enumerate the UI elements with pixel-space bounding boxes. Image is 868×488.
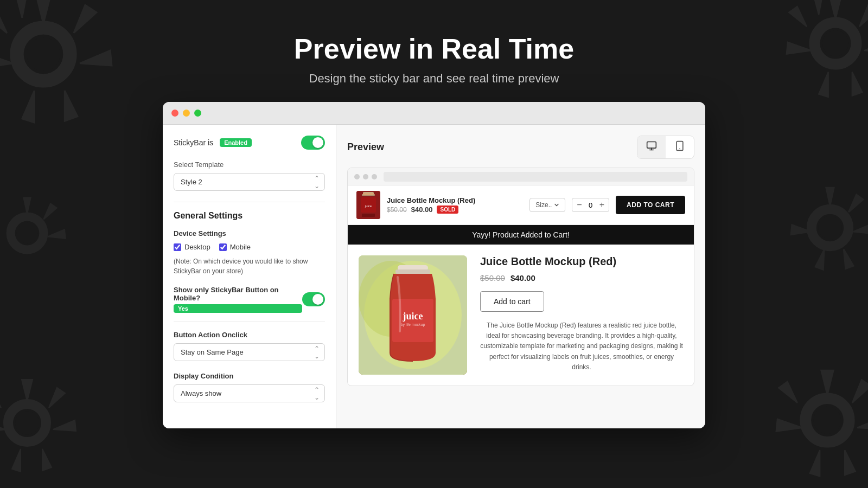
template-section-title: Select Template xyxy=(174,160,325,169)
yes-badge: Yes xyxy=(174,304,302,313)
stickbar-status-row: StickyBar is Enabled xyxy=(174,136,325,150)
product-page-original-price: $50.00 xyxy=(480,273,505,282)
mobile-option-label: Show only StickyBar Button on Mobile? xyxy=(174,286,302,302)
sticky-product-name: Juice Bottle Mockup (Red) xyxy=(387,196,523,204)
size-chevron-icon xyxy=(554,202,559,208)
device-checkboxes: Desktop Mobile xyxy=(174,243,325,251)
right-panel: Preview xyxy=(336,125,705,428)
desktop-device-btn[interactable] xyxy=(637,136,666,158)
browser-url-bar xyxy=(384,172,687,182)
title-bar xyxy=(163,102,705,125)
page-subtitle: Design the sticky bar and see real time … xyxy=(0,72,868,86)
product-page-prices: $50.00 $40.00 xyxy=(480,273,683,282)
svg-rect-18 xyxy=(363,192,374,195)
display-condition-select[interactable]: Always show Show on scroll xyxy=(174,384,325,402)
product-description: The Juice Bottle Mockup (Red) features a… xyxy=(480,320,683,373)
svg-text:by life mockup: by life mockup xyxy=(401,323,425,327)
sticky-prices: $50.00 $40.00 SOLD xyxy=(387,206,523,214)
sticky-bar: juice Juice Bottle Mockup (Red) $50.00 $… xyxy=(348,185,694,225)
display-condition-select-wrapper: Always show Show on scroll ⌃⌄ xyxy=(174,384,325,402)
template-select-wrapper: Style 2 Style 1 Style 3 ⌃⌄ xyxy=(174,173,325,191)
button-action-select[interactable]: Stay on Same Page Go to Cart Go to Check… xyxy=(174,343,325,361)
left-panel: StickyBar is Enabled Select Template Sty… xyxy=(163,125,336,428)
svg-text:juice: juice xyxy=(365,204,372,208)
mobile-checkbox-label[interactable]: Mobile xyxy=(219,243,251,251)
template-select[interactable]: Style 2 Style 1 Style 3 xyxy=(174,173,325,191)
svg-rect-27 xyxy=(395,269,430,274)
svg-rect-19 xyxy=(362,194,375,196)
mobile-label: Mobile xyxy=(230,243,251,251)
device-settings-title: Device Settings xyxy=(174,229,325,237)
quantity-control: − 0 + xyxy=(572,198,609,212)
mobile-option-row: Show only StickyBar Button on Mobile? Ye… xyxy=(174,286,325,313)
minimize-button[interactable] xyxy=(183,110,190,117)
svg-rect-12 xyxy=(647,142,656,149)
product-details: Juice Bottle Mockup (Red) $50.00 $40.00 … xyxy=(480,255,683,373)
close-button[interactable] xyxy=(171,110,178,117)
size-label: Size.. xyxy=(535,201,552,209)
qty-increase-btn[interactable]: + xyxy=(599,201,604,209)
preview-title: Preview xyxy=(347,142,384,153)
page-title: Preview in Real Time xyxy=(0,33,868,65)
product-thumbnail: juice xyxy=(356,191,380,219)
mobile-toggle[interactable] xyxy=(302,292,325,306)
preview-header: Preview xyxy=(347,136,694,159)
mobile-device-btn[interactable] xyxy=(666,136,694,158)
device-note: (Note: On which device you would like to… xyxy=(174,256,325,276)
general-settings-title: General Settings xyxy=(174,211,325,221)
browser-mockup: juice Juice Bottle Mockup (Red) $50.00 $… xyxy=(347,168,694,386)
size-selector[interactable]: Size.. xyxy=(529,198,565,212)
button-action-title: Button Action Onclick xyxy=(174,331,325,339)
desktop-checkbox[interactable] xyxy=(174,243,181,251)
svg-rect-15 xyxy=(676,142,683,151)
app-window: StickyBar is Enabled Select Template Sty… xyxy=(163,102,705,428)
sold-badge: SOLD xyxy=(437,206,458,214)
quantity-value: 0 xyxy=(586,201,595,209)
cart-notification: Yayy! Product Added to Cart! xyxy=(348,225,694,245)
enabled-badge: Enabled xyxy=(220,138,252,147)
add-to-cart-page-button[interactable]: Add to cart xyxy=(480,291,544,312)
product-page-name: Juice Bottle Mockup (Red) xyxy=(480,255,683,268)
button-action-select-wrapper: Stay on Same Page Go to Cart Go to Check… xyxy=(174,343,325,361)
product-page-sale-price: $40.00 xyxy=(510,273,535,282)
stickbar-toggle[interactable] xyxy=(301,136,325,150)
browser-bar xyxy=(348,168,694,185)
maximize-button[interactable] xyxy=(194,110,201,117)
mobile-checkbox[interactable] xyxy=(219,243,227,251)
add-to-cart-button[interactable]: ADD TO CART xyxy=(616,196,685,214)
product-image: juice by life mockup xyxy=(359,255,467,375)
display-condition-title: Display Condition xyxy=(174,372,325,380)
svg-rect-22 xyxy=(362,214,375,217)
device-switcher xyxy=(637,136,694,159)
stickbar-label: StickyBar is xyxy=(174,138,213,147)
sticky-product-info: Juice Bottle Mockup (Red) $50.00 $40.00 … xyxy=(387,196,523,214)
qty-decrease-btn[interactable]: − xyxy=(577,201,582,209)
svg-text:juice: juice xyxy=(403,311,423,322)
product-page: juice by life mockup Juice Bottle Mockup… xyxy=(348,245,694,386)
desktop-label: Desktop xyxy=(184,243,210,251)
sticky-original-price: $50.00 xyxy=(387,206,407,214)
sticky-sale-price: $40.00 xyxy=(411,206,433,214)
desktop-checkbox-label[interactable]: Desktop xyxy=(174,243,210,251)
